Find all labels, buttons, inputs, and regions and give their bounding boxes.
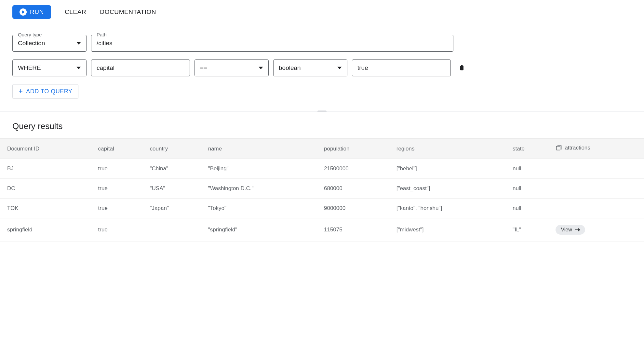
pane-divider[interactable]: [0, 111, 644, 115]
arrow-right-icon: [575, 229, 580, 230]
subcollection-icon: [556, 145, 562, 151]
clause-type-select[interactable]: WHERE: [12, 59, 87, 76]
plus-icon: +: [19, 88, 23, 95]
chevron-down-icon: [337, 67, 342, 69]
cell-capital: true: [94, 179, 146, 199]
query-type-select[interactable]: Query type Collection: [12, 35, 87, 52]
clause-operator-select[interactable]: ==: [195, 59, 269, 76]
cell-attractions: [552, 179, 644, 199]
clear-button[interactable]: CLEAR: [65, 8, 86, 16]
cell-attractions: View: [552, 218, 644, 241]
cell-population: 115075: [320, 218, 393, 241]
cell-attractions: [552, 199, 644, 218]
col-name[interactable]: name: [204, 139, 320, 159]
cell-capital: true: [94, 159, 146, 179]
play-icon: [20, 8, 27, 16]
clause-field-value: capital: [97, 64, 114, 72]
cell-doc_id: TOK: [0, 199, 94, 218]
cell-attractions: [552, 159, 644, 179]
cell-country: [146, 218, 204, 241]
table-row[interactable]: springfieldtrue"springfield"115075["midw…: [0, 218, 644, 241]
query-type-legend: Query type: [16, 32, 44, 37]
view-subcollection-button[interactable]: View: [556, 225, 585, 235]
run-button-label: RUN: [30, 8, 44, 16]
cell-capital: true: [94, 199, 146, 218]
table-row[interactable]: BJtrue"China""Beijing"21500000["hebei"]n…: [0, 159, 644, 179]
query-toolbar: RUN CLEAR DOCUMENTATION: [0, 0, 644, 26]
clause-type-value: WHERE: [18, 64, 41, 72]
cell-regions: ["midwest"]: [393, 218, 509, 241]
clause-operator-value: ==: [200, 64, 207, 72]
col-attractions[interactable]: attractions: [552, 139, 644, 159]
trash-icon: [459, 64, 465, 72]
cell-population: 9000000: [320, 199, 393, 218]
cell-country: "Japan": [146, 199, 204, 218]
cell-doc_id: springfield: [0, 218, 94, 241]
cell-population: 680000: [320, 179, 393, 199]
add-to-query-label: ADD TO QUERY: [26, 88, 72, 95]
query-builder: Query type Collection Path /cities WHERE…: [0, 26, 644, 111]
table-row[interactable]: DCtrue"USA""Washington D.C."680000["east…: [0, 179, 644, 199]
drag-handle-icon: [317, 110, 327, 112]
cell-country: "USA": [146, 179, 204, 199]
cell-population: 21500000: [320, 159, 393, 179]
delete-clause-button[interactable]: [457, 62, 467, 74]
cell-doc_id: DC: [0, 179, 94, 199]
table-row[interactable]: TOKtrue"Japan""Tokyo"9000000["kanto", "h…: [0, 199, 644, 218]
query-results: Query results Document ID capital countr…: [0, 115, 644, 241]
col-state[interactable]: state: [509, 139, 552, 159]
clause-value-type-select[interactable]: boolean: [273, 59, 347, 76]
cell-doc_id: BJ: [0, 159, 94, 179]
col-document-id[interactable]: Document ID: [0, 139, 94, 159]
cell-state: "IL": [509, 218, 552, 241]
path-input[interactable]: Path /cities: [91, 35, 453, 52]
query-type-value: Collection: [18, 40, 45, 47]
col-regions[interactable]: regions: [393, 139, 509, 159]
col-attractions-label: attractions: [565, 145, 590, 151]
col-country[interactable]: country: [146, 139, 204, 159]
cell-capital: true: [94, 218, 146, 241]
table-header-row: Document ID capital country name populat…: [0, 139, 644, 159]
cell-name: "Beijing": [204, 159, 320, 179]
cell-country: "China": [146, 159, 204, 179]
clause-value-type-value: boolean: [279, 64, 301, 72]
results-title: Query results: [0, 119, 644, 138]
cell-regions: ["kanto", "honshu"]: [393, 199, 509, 218]
chevron-down-icon: [76, 67, 81, 69]
col-population[interactable]: population: [320, 139, 393, 159]
cell-regions: ["east_coast"]: [393, 179, 509, 199]
chevron-down-icon: [259, 67, 263, 69]
cell-state: null: [509, 199, 552, 218]
path-value: /cities: [97, 40, 113, 47]
run-button[interactable]: RUN: [12, 5, 51, 19]
add-to-query-button[interactable]: + ADD TO QUERY: [12, 84, 78, 98]
results-table: Document ID capital country name populat…: [0, 138, 644, 241]
clause-field-input[interactable]: capital: [91, 59, 190, 76]
view-label: View: [561, 227, 572, 233]
cell-regions: ["hebei"]: [393, 159, 509, 179]
col-capital[interactable]: capital: [94, 139, 146, 159]
cell-name: "springfield": [204, 218, 320, 241]
chevron-down-icon: [76, 42, 81, 45]
svg-rect-0: [557, 146, 560, 150]
documentation-link[interactable]: DOCUMENTATION: [100, 8, 156, 16]
cell-state: null: [509, 159, 552, 179]
cell-name: "Tokyo": [204, 199, 320, 218]
cell-state: null: [509, 179, 552, 199]
clause-value-text: true: [357, 64, 368, 72]
path-legend: Path: [95, 32, 109, 37]
clause-value-input[interactable]: true: [352, 59, 451, 76]
cell-name: "Washington D.C.": [204, 179, 320, 199]
